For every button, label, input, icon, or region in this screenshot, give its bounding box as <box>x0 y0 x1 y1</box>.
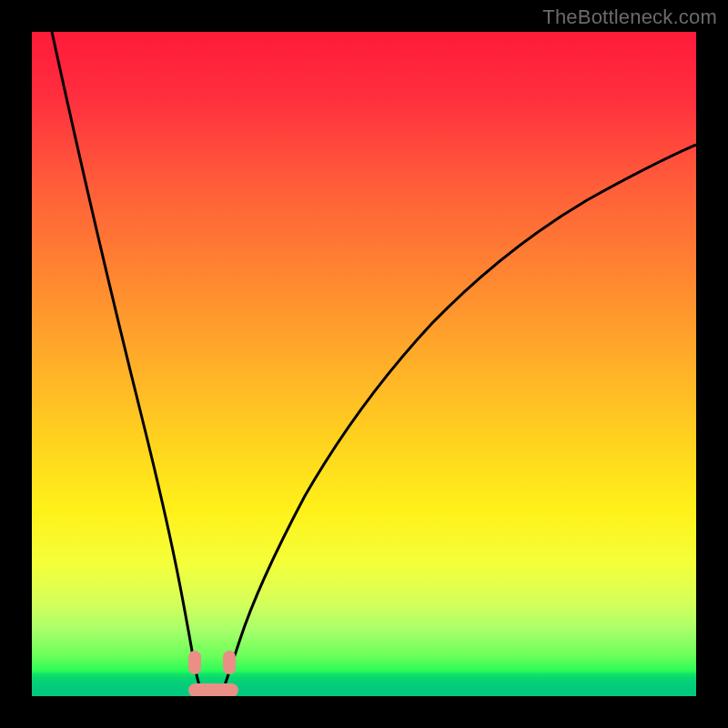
chart-frame: TheBottleneck.com <box>0 0 728 728</box>
marker-right <box>223 651 236 674</box>
watermark-text: TheBottleneck.com <box>542 5 717 29</box>
marker-left <box>188 651 201 674</box>
curve-right-branch <box>225 145 696 685</box>
plot-area <box>32 32 696 696</box>
curve-left-branch <box>52 32 199 685</box>
bottleneck-curve <box>32 32 696 696</box>
marker-bottom <box>188 683 238 696</box>
